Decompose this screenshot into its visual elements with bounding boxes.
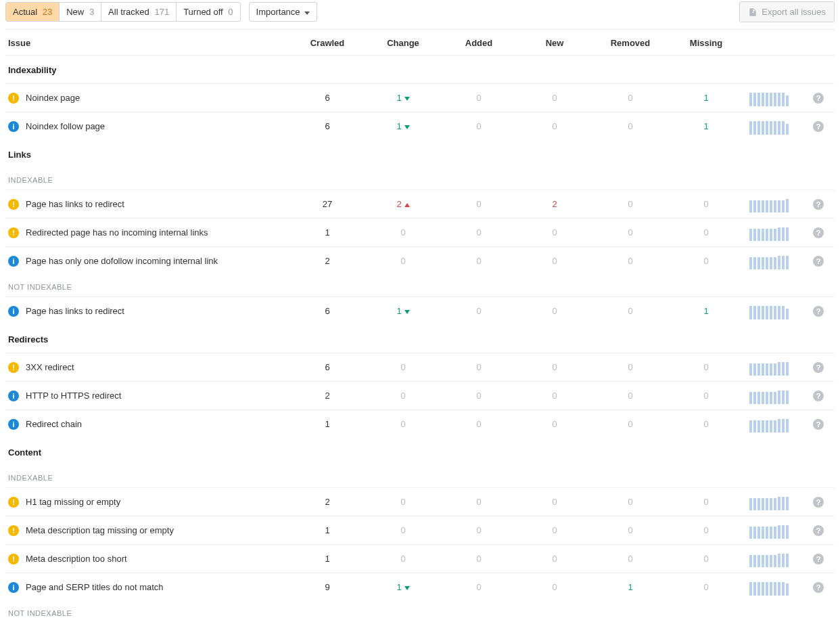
table-row: iPage has only one dofollow incoming int… — [5, 246, 835, 275]
tab-label: New — [66, 7, 84, 17]
arrow-down-icon — [404, 125, 410, 129]
value-cell: 0 — [517, 582, 592, 592]
issue-name[interactable]: Meta description tag missing or empty — [26, 525, 174, 535]
section-title: Indexability — [5, 55, 835, 83]
chevron-down-icon — [304, 7, 310, 17]
issue-name[interactable]: Meta description too short — [26, 554, 127, 564]
table-row: iPage has links to redirect610001? — [5, 296, 835, 325]
value-cell: 0 — [668, 256, 744, 266]
row-menu-button[interactable] — [838, 257, 841, 269]
row-menu-button[interactable] — [838, 526, 841, 539]
issue-name[interactable]: Page has links to redirect — [26, 306, 124, 316]
issue-name[interactable]: Page and SERP titles do not match — [26, 582, 164, 592]
col-missing: Missing — [668, 38, 744, 48]
row-menu-button[interactable] — [838, 363, 841, 376]
value-cell: 0 — [365, 391, 441, 401]
value-cell: 0 — [365, 419, 441, 429]
value-cell: 0 — [592, 306, 668, 316]
export-all-button[interactable]: Export all issues — [739, 1, 835, 22]
filter-tab[interactable]: Turned off 0 — [177, 3, 239, 21]
issue-name[interactable]: Page has only one dofollow incoming inte… — [26, 256, 218, 266]
sort-select[interactable]: Importance — [249, 2, 317, 22]
subsection-header: NOT INDEXABLE — [5, 275, 835, 296]
issue-name[interactable]: Noindex page — [26, 93, 80, 103]
help-icon[interactable]: ? — [813, 256, 824, 267]
filter-tab[interactable]: Actual 23 — [6, 3, 60, 21]
help-icon[interactable]: ? — [813, 391, 824, 401]
filter-tab[interactable]: New 3 — [60, 3, 101, 21]
row-menu-button[interactable] — [838, 307, 841, 319]
row-menu-button[interactable] — [838, 420, 841, 432]
row-menu-button[interactable] — [838, 122, 841, 135]
help-icon[interactable]: ? — [813, 362, 824, 373]
table-row: iRedirect chain100000? — [5, 409, 835, 438]
value-cell: 0 — [365, 362, 441, 372]
table-row: iPage and SERP titles do not match910010… — [5, 573, 835, 601]
row-menu-button[interactable] — [838, 228, 841, 241]
value-cell: 0 — [517, 391, 592, 401]
row-menu-button[interactable] — [838, 554, 841, 567]
value-cell: 0 — [592, 525, 668, 535]
col-issue: Issue — [5, 38, 289, 48]
help-icon[interactable]: ? — [813, 582, 824, 593]
arrow-up-icon — [404, 203, 410, 207]
value-cell: 0 — [668, 227, 744, 238]
info-icon: i — [8, 419, 19, 430]
help-icon[interactable]: ? — [813, 554, 824, 564]
value-cell: 2 — [289, 497, 365, 507]
value-cell: 0 — [441, 419, 517, 429]
sparkline-chart — [744, 388, 803, 404]
issue-name[interactable]: Noindex follow page — [26, 121, 105, 131]
table-row: !Meta description too short100000? — [5, 544, 835, 573]
help-icon[interactable]: ? — [813, 525, 824, 536]
col-crawled: Crawled — [289, 38, 365, 48]
value-cell: 0 — [668, 199, 744, 209]
row-menu-button[interactable] — [838, 391, 841, 404]
issue-name[interactable]: 3XX redirect — [26, 362, 74, 372]
value-cell: 0 — [365, 554, 441, 564]
table-row: !Noindex page610001? — [5, 83, 835, 112]
table-row: !Meta description tag missing or empty10… — [5, 516, 835, 544]
value-cell: 2 — [289, 256, 365, 266]
sparkline-chart — [744, 253, 803, 269]
sparkline-chart — [744, 196, 803, 213]
row-menu-button[interactable] — [838, 497, 841, 510]
info-icon: i — [8, 391, 19, 401]
value-cell: 0 — [441, 227, 517, 238]
help-icon[interactable]: ? — [813, 121, 824, 132]
help-icon[interactable]: ? — [813, 497, 824, 508]
help-icon[interactable]: ? — [813, 306, 824, 317]
tab-label: All tracked — [108, 7, 149, 17]
row-menu-button[interactable] — [838, 200, 841, 213]
sparkline-chart — [744, 416, 803, 432]
info-icon: i — [8, 121, 19, 132]
help-icon[interactable]: ? — [813, 93, 824, 104]
value-cell: 0 — [441, 525, 517, 535]
help-icon[interactable]: ? — [813, 227, 824, 238]
issue-name[interactable]: H1 tag missing or empty — [26, 497, 120, 507]
value-cell: 0 — [592, 199, 668, 209]
value-cell: 0 — [668, 362, 744, 372]
warning-icon: ! — [8, 554, 19, 564]
warning-icon: ! — [8, 227, 19, 238]
value-cell: 2 — [365, 199, 441, 209]
tab-count: 3 — [89, 7, 94, 17]
help-icon[interactable]: ? — [813, 199, 824, 210]
value-cell: 0 — [517, 497, 592, 507]
row-menu-button[interactable] — [838, 583, 841, 596]
issue-name[interactable]: Redirected page has no incoming internal… — [26, 227, 208, 238]
value-cell: 0 — [592, 93, 668, 103]
filter-tab[interactable]: All tracked 171 — [101, 3, 177, 21]
value-cell: 6 — [289, 121, 365, 131]
issue-name[interactable]: HTTP to HTTPS redirect — [26, 391, 121, 401]
row-menu-button[interactable] — [838, 93, 841, 106]
toolbar: Actual 23New 3All tracked 171Turned off … — [5, 0, 835, 30]
issue-name[interactable]: Redirect chain — [26, 419, 82, 429]
value-cell: 0 — [441, 121, 517, 131]
help-icon[interactable]: ? — [813, 419, 824, 430]
value-cell: 1 — [365, 306, 441, 316]
warning-icon: ! — [8, 497, 19, 508]
issue-name[interactable]: Page has links to redirect — [26, 199, 124, 209]
subsection-header: NOT INDEXABLE — [5, 601, 835, 622]
tab-label: Actual — [13, 7, 37, 17]
